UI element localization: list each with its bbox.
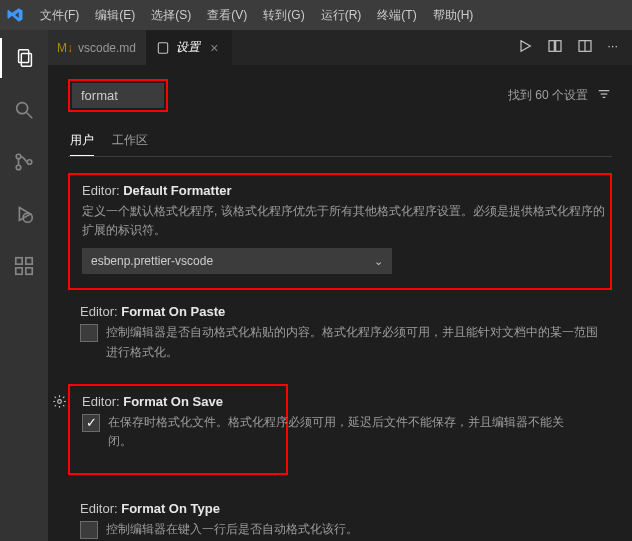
- svg-rect-9: [16, 258, 22, 264]
- format-on-save-checkbox[interactable]: ✓: [82, 414, 100, 432]
- svg-rect-12: [26, 258, 32, 264]
- menubar: 文件(F) 编辑(E) 选择(S) 查看(V) 转到(G) 运行(R) 终端(T…: [0, 0, 632, 30]
- chevron-down-icon: ⌄: [374, 255, 383, 268]
- setting-default-formatter: Editor: Default Formatter 定义一个默认格式化程序, 该…: [68, 173, 612, 290]
- svg-line-3: [27, 113, 33, 119]
- settings-scope-tabs: 用户 工作区: [68, 126, 612, 157]
- setting-title: Editor: Format On Type: [80, 501, 608, 516]
- scope-tab-workspace[interactable]: 工作区: [112, 126, 148, 156]
- tab-vscode-md[interactable]: M↓ vscode.md: [48, 30, 146, 65]
- more-actions-icon[interactable]: ···: [607, 38, 618, 57]
- menu-help[interactable]: 帮助(H): [425, 3, 482, 28]
- extensions-icon[interactable]: [0, 246, 48, 286]
- settings-filter-icon[interactable]: [596, 86, 612, 105]
- setting-format-on-save: Editor: Format On Save ✓ 在保存时格式化文件。格式化程序…: [68, 384, 288, 475]
- menu-go[interactable]: 转到(G): [255, 3, 312, 28]
- svg-rect-1: [21, 53, 31, 66]
- setting-description: 在保存时格式化文件。格式化程序必须可用，延迟后文件不能保存，并且编辑器不能关闭。: [108, 413, 582, 451]
- format-on-type-checkbox[interactable]: [80, 521, 98, 539]
- run-debug-icon[interactable]: [0, 194, 48, 234]
- activity-bar: [0, 30, 48, 541]
- tab-settings[interactable]: 设置 ×: [146, 30, 232, 65]
- run-icon[interactable]: [517, 38, 533, 57]
- svg-rect-16: [556, 41, 561, 52]
- setting-description: 控制编辑器是否自动格式化粘贴的内容。格式化程序必须可用，并且能针对文档中的某一范…: [106, 323, 608, 361]
- dropdown-value: esbenp.prettier-vscode: [91, 254, 213, 268]
- vscode-logo-icon: [6, 6, 24, 24]
- svg-point-6: [27, 160, 32, 165]
- tab-bar: M↓ vscode.md 设置 × ···: [48, 30, 632, 65]
- tab-label: vscode.md: [78, 41, 136, 55]
- svg-marker-14: [521, 41, 530, 52]
- menu-terminal[interactable]: 终端(T): [369, 3, 424, 28]
- setting-format-on-type: Editor: Format On Type 控制编辑器在键入一行后是否自动格式…: [68, 493, 612, 541]
- editor-actions: ···: [517, 38, 632, 57]
- tab-label: 设置: [176, 39, 200, 56]
- search-icon[interactable]: [0, 90, 48, 130]
- settings-result-count: 找到 60 个设置: [508, 87, 588, 104]
- settings-file-icon: [156, 41, 170, 55]
- svg-point-5: [16, 165, 21, 170]
- settings-search-wrapper: [68, 79, 168, 112]
- menu-run[interactable]: 运行(R): [313, 3, 370, 28]
- menu-selection[interactable]: 选择(S): [143, 3, 199, 28]
- scope-tab-user[interactable]: 用户: [70, 126, 94, 156]
- svg-point-2: [17, 103, 28, 114]
- setting-description: 控制编辑器在键入一行后是否自动格式化该行。: [106, 520, 358, 539]
- default-formatter-dropdown[interactable]: esbenp.prettier-vscode ⌄: [82, 248, 392, 274]
- source-control-icon[interactable]: [0, 142, 48, 182]
- setting-description: 定义一个默认格式化程序, 该格式化程序优先于所有其他格式化程序设置。必须是提供格…: [82, 202, 606, 240]
- svg-rect-11: [26, 268, 32, 274]
- split-editor-icon[interactable]: [547, 38, 563, 57]
- menu-edit[interactable]: 编辑(E): [87, 3, 143, 28]
- menu-file[interactable]: 文件(F): [32, 3, 87, 28]
- svg-rect-15: [549, 41, 554, 52]
- svg-rect-13: [158, 42, 167, 53]
- explorer-icon[interactable]: [0, 38, 48, 78]
- format-on-paste-checkbox[interactable]: [80, 324, 98, 342]
- close-icon[interactable]: ×: [206, 40, 222, 56]
- menu-view[interactable]: 查看(V): [199, 3, 255, 28]
- setting-title: Editor: Format On Save: [82, 394, 286, 409]
- svg-rect-10: [16, 268, 22, 274]
- setting-title: Editor: Format On Paste: [80, 304, 608, 319]
- svg-rect-0: [19, 50, 29, 63]
- setting-format-on-paste: Editor: Format On Paste 控制编辑器是否自动格式化粘贴的内…: [68, 296, 612, 383]
- open-json-icon[interactable]: [577, 38, 593, 57]
- setting-title: Editor: Default Formatter: [82, 183, 606, 198]
- markdown-file-icon: M↓: [58, 41, 72, 55]
- settings-search-input[interactable]: [72, 83, 164, 108]
- svg-point-22: [58, 399, 62, 403]
- gear-icon[interactable]: [52, 394, 67, 412]
- svg-point-4: [16, 154, 21, 159]
- settings-editor: 找到 60 个设置 用户 工作区 Editor: Default Formatt…: [48, 65, 632, 541]
